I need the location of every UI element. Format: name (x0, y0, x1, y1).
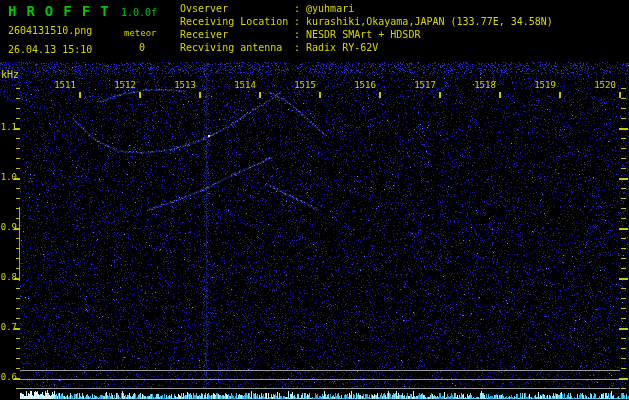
info-line-value: : @yuhmari (294, 3, 354, 14)
hrofft-screen: HROFFT 1.0.0f 2604131510.png meteor 0 26… (0, 0, 629, 400)
info-line-value: : NESDR SMArt + HDSDR (294, 29, 420, 40)
app-title: HROFFT (8, 3, 119, 19)
freq-axis-label: 1.1 (0, 122, 17, 132)
spectrogram-canvas (0, 0, 629, 400)
time-axis-label: 1512 (112, 80, 138, 90)
info-line: Recviving antenna: Radix RY-62V (180, 41, 553, 54)
freq-axis-label: 1.0 (0, 172, 17, 182)
info-line-label: Receiver (180, 28, 294, 41)
output-filename: 2604131510.png (8, 25, 92, 36)
info-line: Ovserver: @yuhmari (180, 2, 553, 15)
info-line-label: Ovserver (180, 2, 294, 15)
app-version: 1.0.0f (121, 7, 157, 18)
time-axis-label: 1518 (472, 80, 498, 90)
info-line: Receiving Location: kurashiki,Okayama,JA… (180, 15, 553, 28)
observer-info-block: Ovserver: @yuhmariReceiving Location: ku… (180, 2, 553, 54)
time-axis-label: 1517 (412, 80, 438, 90)
freq-axis-label: 0.8 (0, 272, 17, 282)
info-line-value: : Radix RY-62V (294, 42, 378, 53)
info-line-value: : kurashiki,Okayama,JAPAN (133.77E, 34.5… (294, 16, 553, 27)
time-axis-label: 1519 (532, 80, 558, 90)
meteor-counter-label: meteor (124, 28, 157, 38)
time-axis-label: 1516 (352, 80, 378, 90)
info-line: Receiver: NESDR SMArt + HDSDR (180, 28, 553, 41)
freq-axis-label: 0.7 (0, 322, 17, 332)
freq-axis-unit-label: kHz (1, 69, 19, 80)
time-axis-label: 1515 (292, 80, 318, 90)
observation-timestamp: 26.04.13 15:10 (8, 44, 92, 55)
freq-axis-label: 0.6 (0, 372, 17, 382)
time-axis-label: 1513 (172, 80, 198, 90)
meteor-counter-value: 0 (139, 42, 145, 53)
time-axis-label: 1514 (232, 80, 258, 90)
info-line-label: Recviving antenna (180, 41, 294, 54)
time-axis-label: 1511 (52, 80, 78, 90)
freq-axis-label: 0.9 (0, 222, 17, 232)
info-line-label: Receiving Location (180, 15, 294, 28)
time-axis-label: 1520 (592, 80, 618, 90)
